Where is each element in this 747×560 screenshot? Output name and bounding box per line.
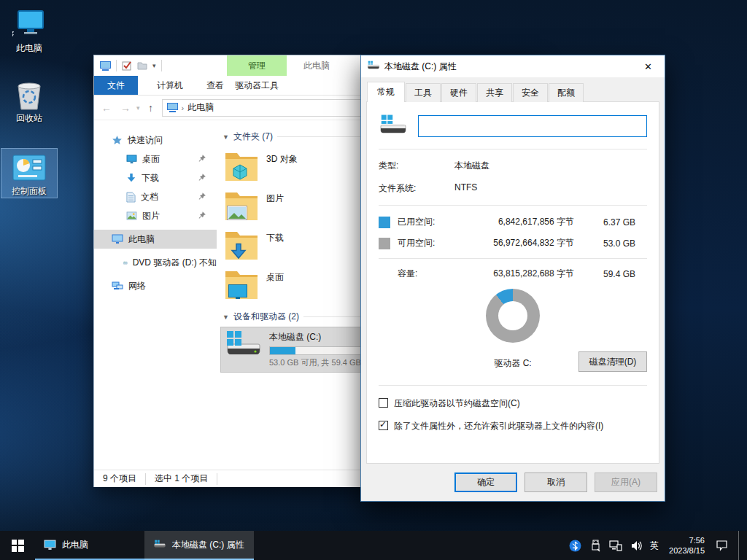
sidebar-item-quick-access[interactable]: 快速访问 (94, 131, 217, 149)
documents-icon (126, 192, 136, 203)
type-value: 本地磁盘 (454, 160, 489, 172)
system-tray: 英 7:56 2023/8/15 (568, 531, 747, 560)
sidebar-item-pictures[interactable]: 图片 (94, 206, 217, 225)
filesystem-label: 文件系统: (379, 182, 454, 195)
network-icon[interactable] (609, 539, 622, 552)
folder-tile-downloads[interactable]: 下载 (221, 226, 358, 264)
free-space-row: 可用空间: 56,972,664,832 字节 53.0 GB (379, 237, 647, 249)
status-item-count: 9 个项目 (94, 472, 145, 485)
ime-indicator[interactable]: 英 (650, 540, 659, 552)
dialog-titlebar[interactable]: 本地磁盘 (C:) 属性 ✕ (361, 55, 665, 77)
desktop-icon-label: 控制面板 (3, 186, 55, 196)
compress-checkbox[interactable] (379, 398, 388, 408)
taskbar-task-this-pc[interactable]: 此电脑 (35, 531, 144, 560)
pin-icon (198, 192, 206, 201)
back-icon[interactable]: ← (98, 100, 115, 116)
tab-hardware[interactable]: 硬件 (441, 83, 476, 102)
pin-icon (198, 154, 206, 163)
folder-tile-desktop[interactable]: 桌面 (221, 265, 358, 303)
pin-icon (198, 173, 206, 182)
desktop-icon-this-pc[interactable]: 此电脑 (1, 6, 57, 55)
downloads-icon (126, 173, 136, 183)
taskbar: 此电脑 本地磁盘 (C:) 属性 英 7:56 2023/8/15 (0, 531, 747, 560)
close-icon[interactable]: ✕ (632, 56, 665, 77)
clock-time: 7:56 (669, 535, 705, 545)
dvd-drive-icon (123, 258, 128, 268)
desktop-icon-label: 回收站 (3, 113, 55, 123)
dialog-footer: 确定 取消 应用(A) (361, 463, 665, 501)
sidebar-item-downloads[interactable]: 下载 (94, 168, 217, 187)
tab-security[interactable]: 安全 (513, 83, 548, 102)
disk-properties-dialog: 本地磁盘 (C:) 属性 ✕ 常规 工具 硬件 共享 安全 配额 类型: 本地磁… (360, 55, 665, 502)
drive-caption: 53.0 GB 可用, 共 59.4 GB (269, 357, 364, 368)
sidebar-item-desktop[interactable]: 桌面 (94, 149, 217, 168)
drive-usage-fill (270, 347, 295, 354)
show-desktop-button[interactable] (738, 531, 743, 560)
clock[interactable]: 7:56 2023/8/15 (666, 535, 708, 556)
bluetooth-icon[interactable] (568, 539, 581, 552)
desktop-icon-recycle-bin[interactable]: 回收站 (1, 76, 57, 125)
pin-icon (198, 211, 206, 219)
drive-task-icon (153, 540, 166, 551)
used-space-swatch (379, 217, 390, 228)
properties-icon[interactable] (122, 61, 132, 71)
volume-label-input[interactable] (418, 115, 647, 137)
desktop-icon (126, 155, 137, 164)
cancel-button[interactable]: 取消 (525, 472, 587, 492)
tab-file[interactable]: 文件 (94, 76, 138, 95)
desktop-icon-control-panel[interactable]: 控制面板 (1, 149, 57, 198)
status-selected-count: 选中 1 个项目 (146, 472, 217, 485)
navigation-pane: 快速访问 桌面 下载 文档 图片 (94, 120, 217, 470)
volume-icon[interactable] (630, 539, 643, 552)
clock-date: 2023/8/15 (669, 545, 705, 556)
taskbar-task-disk-properties[interactable]: 本地磁盘 (C:) 属性 (144, 531, 254, 560)
this-pc-icon (12, 9, 47, 41)
sidebar-item-this-pc[interactable]: 此电脑 (94, 230, 217, 249)
ok-button[interactable]: 确定 (454, 472, 517, 492)
free-space-swatch (379, 238, 390, 249)
ribbon-contextual-group-manage[interactable]: 管理 (227, 55, 287, 76)
new-folder-icon[interactable] (137, 61, 147, 70)
breadcrumb-chevron-icon: › (182, 104, 185, 112)
used-space-row: 已用空间: 6,842,617,856 字节 6.37 GB (379, 216, 647, 228)
up-icon[interactable]: ↑ (143, 100, 159, 116)
sidebar-item-dvd-drive[interactable]: DVD 驱动器 (D:) 不知 (94, 253, 217, 272)
collapse-chevron-icon[interactable]: ▼ (222, 314, 229, 321)
start-button[interactable] (0, 531, 35, 560)
tab-tools[interactable]: 工具 (406, 83, 441, 102)
folder-tile-3d-objects[interactable]: 3D 对象 (221, 147, 358, 185)
disk-cleanup-button[interactable]: 磁盘清理(D) (578, 351, 647, 372)
control-panel-icon (12, 152, 47, 184)
breadcrumb-location[interactable]: 此电脑 (187, 101, 214, 114)
tab-quota[interactable]: 配额 (549, 83, 584, 102)
pictures-icon (126, 211, 137, 220)
sidebar-item-network[interactable]: 网络 (94, 276, 217, 295)
sidebar-item-documents[interactable]: 文档 (94, 187, 217, 206)
usage-donut (486, 289, 540, 343)
tab-computer[interactable]: 计算机 (145, 76, 195, 95)
collapse-chevron-icon[interactable]: ▼ (222, 133, 229, 141)
customize-qat-icon[interactable]: ▾ (152, 62, 156, 69)
picture-thumb-icon (227, 206, 247, 220)
tab-general[interactable]: 常规 (367, 82, 405, 102)
windows-flag-icon (227, 331, 241, 346)
tab-sharing[interactable]: 共享 (477, 83, 512, 102)
compress-option[interactable]: 压缩此驱动器以节约磁盘空间(C) (379, 397, 647, 410)
forward-icon[interactable]: → (117, 100, 133, 116)
history-dropdown-icon[interactable]: ▾ (136, 104, 140, 112)
type-label: 类型: (379, 160, 454, 172)
usb-icon[interactable] (589, 539, 602, 552)
windows-start-icon (12, 540, 24, 552)
download-arrow-icon (230, 243, 247, 260)
apply-button[interactable]: 应用(A) (595, 472, 657, 492)
window-icon (100, 61, 111, 71)
index-checkbox[interactable] (379, 421, 388, 430)
folder-tile-pictures[interactable]: 图片 (221, 187, 358, 225)
location-icon (167, 103, 178, 112)
tab-drive-tools[interactable]: 驱动器工具 (227, 76, 287, 95)
index-option[interactable]: 除了文件属性外，还允许索引此驱动器上文件的内容(I) (379, 420, 647, 432)
action-center-icon[interactable] (715, 539, 728, 552)
3d-cube-icon (231, 163, 249, 181)
drive-usage-bar (269, 346, 364, 355)
general-tab-page: 类型: 本地磁盘 文件系统: NTFS 已用空间: 6,842,617,856 … (366, 101, 659, 464)
